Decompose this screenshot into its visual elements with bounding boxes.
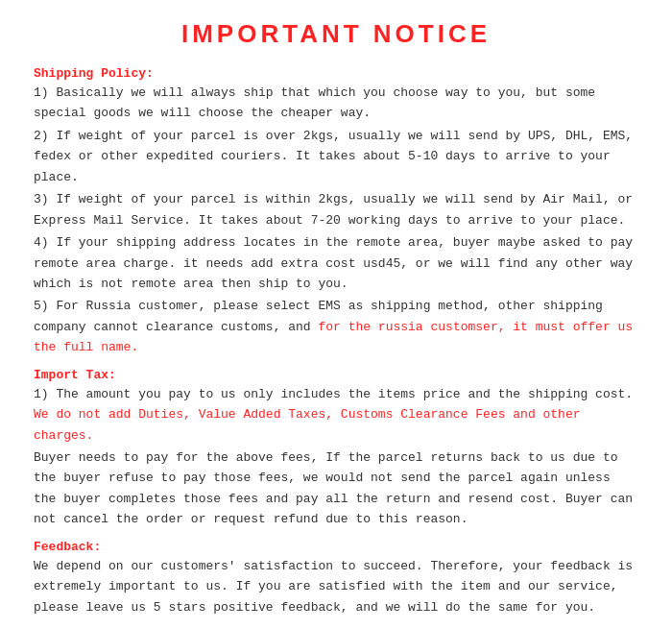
import-tax-section: Import Tax: 1) The amount you pay to us … <box>34 368 638 530</box>
shipping-item-5: 5) For Russia customer, please select EM… <box>34 296 638 357</box>
shipping-item-2: 2) If weight of your parcel is over 2kgs… <box>34 126 638 187</box>
feedback-text: We depend on our customers' satisfaction… <box>34 556 638 617</box>
shipping-item-1: 1) Basically we will always ship that wh… <box>34 83 638 124</box>
shipping-item-3: 3) If weight of your parcel is within 2k… <box>34 189 638 230</box>
shipping-item-4: 4) If your shipping address locates in t… <box>34 232 638 294</box>
shipping-policy-heading: Shipping Policy: <box>34 66 638 81</box>
feedback-section: Feedback: We depend on our customers' sa… <box>34 540 638 617</box>
shipping-policy-section: Shipping Policy: 1) Basically we will al… <box>34 66 638 358</box>
import-tax-item-2: Buyer needs to pay for the above fees, I… <box>34 448 638 530</box>
page-title: IMPORTANT NOTICE <box>34 19 638 49</box>
feedback-heading: Feedback: <box>34 540 638 554</box>
page-container: IMPORTANT NOTICE Shipping Policy: 1) Bas… <box>0 0 672 629</box>
import-tax-item-1: 1) The amount you pay to us only include… <box>34 384 638 446</box>
import-tax-heading: Import Tax: <box>34 368 638 382</box>
